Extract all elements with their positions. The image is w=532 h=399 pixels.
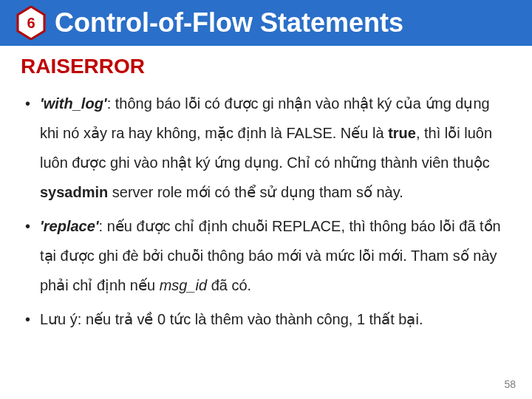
bullet-text: server role mới có thể sử dụng tham số n… xyxy=(108,184,403,200)
section-number: 6 xyxy=(27,15,35,32)
page-number: 58 xyxy=(504,378,516,390)
bullet-text: : nếu được chỉ định chuỗi REPLACE, thì t… xyxy=(40,218,501,293)
bullet-italic: msg_id xyxy=(160,277,207,293)
bullet-bold: true xyxy=(388,125,416,141)
bullet-list: 'with_log': thông báo lỗi có được gi nhậ… xyxy=(21,89,511,334)
slide-title: Control-of-Flow Statements xyxy=(55,7,403,38)
bullet-item: 'with_log': thông báo lỗi có được gi nhậ… xyxy=(25,89,511,207)
bullet-text: đã có. xyxy=(207,277,251,293)
bullet-text: Lưu ý: nếu trả về 0 tức là thêm vào thàn… xyxy=(40,311,423,327)
bullet-bold: sysadmin xyxy=(40,184,108,200)
title-bar: 6 Control-of-Flow Statements xyxy=(0,0,532,46)
bullet-item: 'replace': nếu được chỉ định chuỗi REPLA… xyxy=(25,211,511,300)
section-badge: 6 xyxy=(16,6,46,40)
slide-body: RAISERROR 'with_log': thông báo lỗi có đ… xyxy=(0,46,532,334)
subheading: RAISERROR xyxy=(21,55,511,78)
bullet-lead: 'replace' xyxy=(40,218,99,234)
slide: 6 Control-of-Flow Statements RAISERROR '… xyxy=(0,0,532,399)
bullet-lead: 'with_log' xyxy=(40,95,107,112)
bullet-item: Lưu ý: nếu trả về 0 tức là thêm vào thàn… xyxy=(25,304,511,334)
